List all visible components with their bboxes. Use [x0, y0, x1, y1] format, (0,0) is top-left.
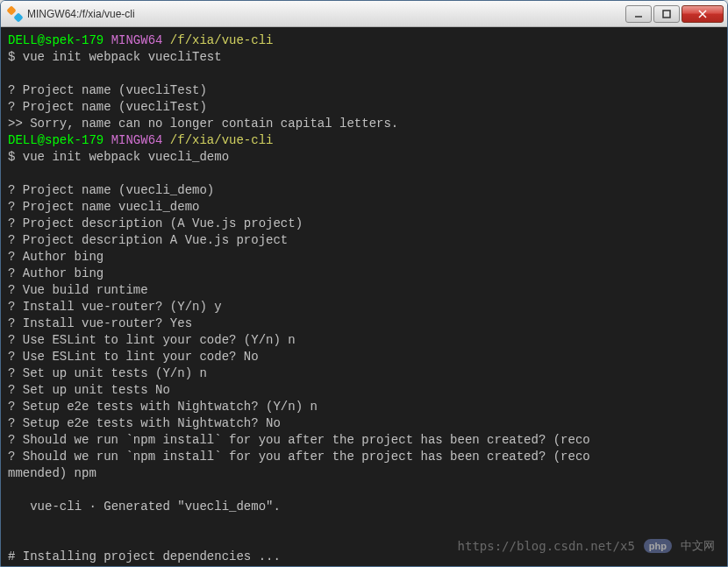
output-line: ? Author bing	[8, 250, 103, 264]
output-line: ? Project name (vuecli_demo)	[8, 183, 214, 197]
prompt-path: /f/xia/vue-cli	[170, 133, 274, 147]
output-line: ? Set up unit tests No	[8, 383, 170, 397]
output-line: ? Author bing	[8, 266, 103, 280]
minimize-button[interactable]	[625, 5, 652, 23]
output-line: ? Setup e2e tests with Nightwatch? (Y/n)…	[8, 400, 318, 414]
watermark: https://blog.csdn.net/x5 php 中文网	[458, 538, 715, 554]
command-line: $ vue init webpack vuecli_demo	[8, 150, 229, 164]
output-line: vue-cli · Generated "vuecli_demo".	[8, 500, 281, 514]
output-line: ? Project name (vuecliTest)	[8, 83, 207, 97]
terminal-output: DELL@spek-179 MINGW64 /f/xia/vue-cli $ v…	[8, 32, 720, 566]
output-line: ? Project description (A Vue.js project)	[8, 216, 303, 230]
prompt-path: /f/xia/vue-cli	[170, 33, 274, 47]
output-line: ? Install vue-router? Yes	[8, 316, 192, 330]
terminal-area[interactable]: DELL@spek-179 MINGW64 /f/xia/vue-cli $ v…	[1, 27, 727, 566]
php-badge-icon: php	[644, 539, 672, 553]
git-bash-icon	[8, 7, 22, 21]
output-line: ? Vue build runtime	[8, 283, 148, 297]
output-line: ? Should we run `npm install` for you af…	[8, 433, 590, 447]
command-line: $ vue init webpack vuecliTest	[8, 50, 222, 64]
titlebar[interactable]: MINGW64:/f/xia/vue-cli	[1, 1, 727, 27]
watermark-cn: 中文网	[681, 538, 715, 554]
prompt-user-host: DELL@spek-179	[8, 33, 103, 47]
prompt-user-host: DELL@spek-179	[8, 133, 103, 147]
output-line: mmended) npm	[8, 466, 96, 480]
output-line: ? Set up unit tests (Y/n) n	[8, 366, 207, 380]
window-controls	[624, 5, 724, 23]
output-line: ? Should we run `npm install` for you af…	[8, 450, 590, 464]
window-title: MINGW64:/f/xia/vue-cli	[27, 8, 624, 20]
svg-rect-1	[663, 11, 670, 18]
output-line: ? Project name vuecli_demo	[8, 200, 199, 214]
output-line: ? Setup e2e tests with Nightwatch? No	[8, 416, 281, 430]
output-line: ? Project name (vuecliTest)	[8, 100, 207, 114]
output-line: ? Project description A Vue.js project	[8, 233, 288, 247]
prompt-mingw: MINGW64	[111, 133, 163, 147]
output-line: ? Use ESLint to lint your code? No	[8, 350, 259, 364]
output-line: # Installing project dependencies ...	[8, 549, 281, 563]
prompt-mingw: MINGW64	[111, 33, 163, 47]
output-line: ? Use ESLint to lint your code? (Y/n) n	[8, 333, 296, 347]
output-line: ? Install vue-router? (Y/n) y	[8, 300, 222, 314]
window-frame: MINGW64:/f/xia/vue-cli DELL@spek-179 MIN…	[0, 0, 728, 567]
output-line: >> Sorry, name can no longer contain cap…	[8, 117, 398, 131]
maximize-button[interactable]	[653, 5, 680, 23]
close-button[interactable]	[682, 5, 724, 23]
watermark-url: https://blog.csdn.net/x5	[458, 539, 635, 553]
